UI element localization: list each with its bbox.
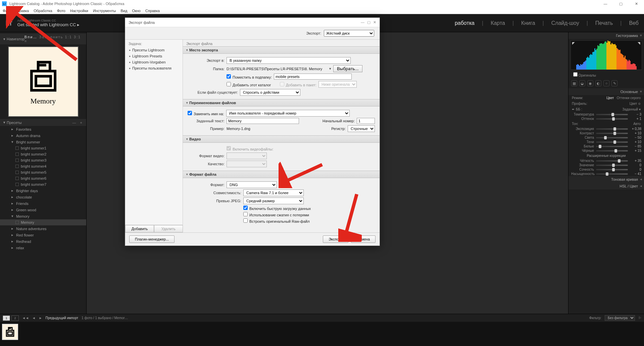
- task-preset-lr-ru[interactable]: Пресеты Lightroom: [125, 47, 183, 53]
- section-video[interactable]: Видео: [183, 135, 380, 143]
- module-web[interactable]: Веб: [629, 20, 639, 26]
- slider-row[interactable]: Контраст+ 10: [568, 131, 644, 135]
- slider-row[interactable]: Света− 50: [568, 135, 644, 140]
- section-export-location[interactable]: Место экспорта: [183, 46, 380, 54]
- basic-panel-header[interactable]: Основные▾: [568, 88, 644, 95]
- filmstrip-thumb[interactable]: [2, 324, 18, 340]
- preset-folder[interactable]: Autumn drama: [0, 132, 86, 139]
- gradient-tool-icon[interactable]: ◐: [595, 80, 601, 86]
- grid-prev-icon[interactable]: ◄: [32, 316, 36, 320]
- menu-tools[interactable]: Инструменты: [93, 9, 116, 13]
- preset-item[interactable]: bright summer5: [0, 169, 86, 175]
- menu-view[interactable]: Вид: [121, 9, 128, 13]
- header-link[interactable]: Get started with Lightroom CC ▸: [17, 22, 80, 27]
- navigator-header[interactable]: ▾ Навигатор Впи… Заполнить 1:1 3:1 ≡: [0, 34, 86, 44]
- module-map[interactable]: Карта: [491, 20, 505, 26]
- case-select[interactable]: Строчные: [348, 125, 375, 132]
- preset-folder[interactable]: chocolate: [0, 194, 86, 200]
- histogram[interactable]: ◤ ◥: [571, 40, 642, 70]
- tone-curve-header[interactable]: Тоновая кривая◂: [568, 176, 644, 183]
- put-in-subfolder-checkbox[interactable]: Поместить в подпапку:: [227, 74, 272, 79]
- preset-folder[interactable]: Brighter days: [0, 187, 86, 194]
- module-print[interactable]: Печать: [595, 20, 613, 26]
- grid-view-2[interactable]: 2: [11, 315, 19, 321]
- originals-checkbox[interactable]: Оригиналы: [573, 72, 596, 77]
- slider-row[interactable]: Чёрные+ 15: [568, 148, 644, 153]
- lossy-checkbox[interactable]: Использование сжатия с потерями: [243, 212, 309, 217]
- minimize-button[interactable]: —: [598, 0, 613, 7]
- source-label[interactable]: Предыдущий импорт: [46, 316, 79, 320]
- presets-header[interactable]: ▾ Пресеты — +: [0, 119, 86, 126]
- slider-row[interactable]: Оттенок+ 1: [568, 117, 644, 121]
- preset-folder[interactable]: Green wood: [0, 207, 86, 213]
- crop-tool-icon[interactable]: ▦: [571, 80, 577, 86]
- add-to-catalog-checkbox[interactable]: Добавить этот каталог: [227, 82, 271, 87]
- profile-dropdown[interactable]: Цвет ≎: [630, 102, 641, 105]
- menu-help[interactable]: Справка: [145, 9, 160, 13]
- grid-view-1[interactable]: 1: [3, 315, 10, 321]
- task-preset-lr-en[interactable]: Lightroom Presets: [125, 53, 183, 59]
- grid-next-icon[interactable]: ►: [39, 316, 42, 320]
- preset-folder[interactable]: Redhead: [0, 238, 86, 245]
- export-button[interactable]: Экспорт: [323, 235, 348, 243]
- slider-row[interactable]: Чёткость+ 35: [568, 159, 644, 163]
- preset-folder[interactable]: Favorites: [0, 126, 86, 132]
- dialog-maximize-icon[interactable]: ▢: [367, 20, 370, 25]
- naming-template-select[interactable]: Имя пользователя - порядковый номер: [226, 110, 350, 117]
- module-slideshow[interactable]: Слайд-шоу: [551, 20, 579, 26]
- brush-tool-icon[interactable]: ✎: [611, 80, 617, 86]
- clip-indicator-right[interactable]: ◥: [638, 41, 640, 45]
- histogram-header[interactable]: Гистограмма▾: [568, 32, 644, 39]
- maximize-button[interactable]: ▢: [613, 0, 629, 7]
- menu-settings[interactable]: Настройки: [70, 9, 88, 13]
- fast-load-checkbox[interactable]: Включить быструю загрузку данных: [243, 206, 311, 211]
- section-file-format[interactable]: Формат файла: [183, 171, 380, 178]
- preset-item[interactable]: Memory: [0, 219, 86, 225]
- spot-tool-icon[interactable]: ◒: [579, 80, 585, 86]
- slider-row[interactable]: Температура− 3: [568, 112, 644, 117]
- menu-develop[interactable]: Обработка: [34, 9, 52, 13]
- task-preset-lr-de[interactable]: Lightroom-Vorgaben: [125, 59, 183, 65]
- dialog-close-icon[interactable]: ✕: [373, 20, 376, 25]
- rename-to-checkbox[interactable]: Заменить имя на:: [188, 111, 224, 116]
- existing-files-select[interactable]: Спросить о действии: [240, 89, 300, 96]
- filter-dropdown[interactable]: Без фильтра: [605, 315, 635, 321]
- eyedropper-icon[interactable]: ✒: [572, 107, 575, 111]
- preset-folder[interactable]: Nature adventures: [0, 225, 86, 232]
- compatibility-select[interactable]: Camera Raw 7.1 и более: [243, 189, 304, 196]
- hsl-header[interactable]: HSL / Цвет◂: [568, 183, 644, 189]
- slider-row[interactable]: Белые− 85: [568, 144, 644, 148]
- clip-indicator-left[interactable]: ◤: [572, 41, 575, 45]
- preset-folder[interactable]: Friends: [0, 200, 86, 207]
- preset-item[interactable]: bright summer6: [0, 175, 86, 181]
- slider-row[interactable]: Значение0: [568, 163, 644, 167]
- redeye-tool-icon[interactable]: ◉: [587, 80, 593, 86]
- dialog-minimize-icon[interactable]: —: [361, 20, 364, 25]
- choose-folder-button[interactable]: Выбрать...: [333, 65, 362, 72]
- filmstrip[interactable]: [0, 322, 644, 346]
- preset-folder[interactable]: Red flower: [0, 232, 86, 238]
- module-develop[interactable]: работка: [455, 20, 475, 26]
- start-number-input[interactable]: [357, 118, 375, 124]
- custom-text-input[interactable]: [227, 118, 299, 124]
- menu-file[interactable]: Файл: [3, 9, 12, 13]
- slider-row[interactable]: Насыщенность− 41: [568, 172, 644, 176]
- slider-row[interactable]: Экспозиция+ 0,38: [568, 127, 644, 131]
- menu-photo[interactable]: Фото: [57, 9, 65, 13]
- plugin-manager-button[interactable]: Плагин-менеджер...: [129, 235, 175, 243]
- filter-flag-icon[interactable]: ⚐: [638, 316, 641, 320]
- navigator-preview[interactable]: Memory: [8, 46, 79, 117]
- treatment-color[interactable]: Цвет: [606, 96, 614, 100]
- preset-item[interactable]: bright summer7: [0, 181, 86, 187]
- task-add-button[interactable]: Добавить: [125, 225, 154, 232]
- cancel-button[interactable]: Отмена: [351, 235, 376, 243]
- file-format-select[interactable]: DNG: [227, 181, 277, 188]
- slider-row[interactable]: Тени+ 10: [568, 140, 644, 144]
- section-file-naming[interactable]: Переименование файлов: [183, 99, 380, 106]
- module-book[interactable]: Книга: [521, 20, 535, 26]
- jpeg-preview-select[interactable]: Средний размер: [243, 198, 304, 204]
- subfolder-input[interactable]: [274, 74, 352, 80]
- slider-row[interactable]: Сочность0: [568, 167, 644, 172]
- wb-dropdown[interactable]: Заданный ▾: [622, 107, 641, 111]
- preset-item[interactable]: bright summer1: [0, 145, 86, 151]
